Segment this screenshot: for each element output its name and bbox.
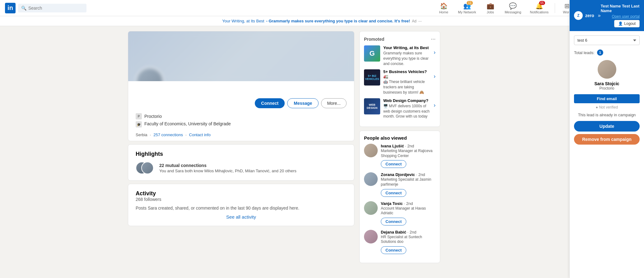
home-icon: 🏠	[440, 2, 448, 10]
already-in-campaign-text: This lead is already in campaign	[574, 113, 640, 117]
person-title-ivana: Marketing Manager at Rajiceva Shopping C…	[381, 149, 436, 158]
mutual-text: 22 mutual connections You and Sara both …	[159, 163, 296, 173]
profile-cover	[128, 31, 354, 81]
home-label: Home	[439, 10, 448, 14]
zero-user-name: Test Name Test Last Name	[601, 4, 640, 13]
connect-button[interactable]: Connect	[255, 98, 285, 108]
network-label: My Network	[458, 10, 476, 14]
ad-bold-text: - Grammarly makes sure everything you ty…	[266, 19, 410, 23]
connect-zorana-button[interactable]: Connect	[381, 189, 406, 197]
lead-profile: Sara Stojcic Proctorio	[574, 60, 640, 90]
promo-header: Promoted ···	[364, 36, 436, 42]
promo-content-grammarly: Your Writing, at Its Best Grammarly make…	[383, 45, 431, 66]
person-degree-vanja: · 2nd	[404, 201, 413, 206]
profile-location: Serbia	[136, 132, 147, 137]
person-degree-dejana: · 2nd	[407, 230, 416, 234]
person-avatar-zorana	[364, 172, 378, 186]
ad-more-button[interactable]: ···	[418, 19, 422, 23]
connect-ivana-button[interactable]: Connect	[381, 160, 406, 168]
nav-my-network[interactable]: 👥11 My Network	[454, 0, 480, 16]
zero-logout-button[interactable]: 👤 Logout	[614, 20, 640, 27]
search-bar[interactable]: 🔍	[18, 4, 86, 12]
connect-dejana-button[interactable]: Connect	[381, 246, 406, 254]
activity-followers: 268 followers	[136, 197, 347, 202]
notifications-badge: 65	[539, 1, 545, 5]
person-title-dejana: HR Specialist at Suntech Solutions doo	[381, 235, 436, 244]
promo-desc-vehicles: 🤖 These brilliant vehicle trackers are t…	[383, 79, 431, 95]
zero-portal-link[interactable]: Open user portal	[612, 14, 640, 19]
promo-name-webdesign: Web Design Company?	[383, 98, 431, 103]
promo-item-grammarly: G Your Writing, at Its Best Grammarly ma…	[364, 45, 436, 66]
ad-label: Ad	[412, 19, 417, 23]
find-email-button[interactable]: Find email	[574, 94, 640, 103]
zero-logo-text: zero	[585, 13, 594, 18]
person-item-vanja: Vanja Tosic · 2nd Account Manager at Hav…	[364, 201, 436, 225]
profile-employer: P Proctorio	[136, 113, 347, 119]
person-info-vanja: Vanja Tosic · 2nd Account Manager at Hav…	[381, 201, 436, 225]
promoted-card: Promoted ··· G Your Writing, at Its Best…	[359, 31, 440, 127]
message-button[interactable]: Message	[287, 98, 319, 108]
contact-info-link[interactable]: Contact info	[189, 132, 211, 137]
promo-name-vehicles: 5+ Business Vehicles? 🚛	[383, 69, 431, 79]
profile-separator-2: ·	[185, 132, 187, 137]
nav-home[interactable]: 🏠 Home	[434, 0, 453, 16]
person-degree-zorana: · 2nd	[416, 172, 425, 177]
profile-section: Connect Message More... P Proctorio 🎓 Fa…	[128, 31, 354, 263]
person-name-ivana: Ivana Ljušić · 2nd	[381, 144, 436, 148]
zero-sidebar: Z zero » Test Name Test Last Name Open u…	[569, 0, 644, 278]
promo-item-webdesign: WEB DESIGN Web Design Company? 🖥️ MVF de…	[364, 98, 436, 119]
network-icon: 👥11	[463, 2, 471, 10]
promo-arrow-vehicles[interactable]: ›	[434, 73, 436, 80]
activity-card: Activity 268 followers Posts Sara create…	[128, 184, 354, 226]
zero-header: Z zero » Test Name Test Last Name Open u…	[570, 0, 644, 31]
update-button[interactable]: Update	[574, 121, 640, 132]
mutual-connections: 22 mutual connections You and Sara both …	[136, 162, 347, 174]
search-input[interactable]	[28, 6, 83, 11]
ad-link[interactable]: Your Writing, at Its Best	[222, 19, 264, 23]
linkedin-logo[interactable]: in	[5, 3, 16, 13]
zero-logo-area: Z zero »	[574, 11, 601, 20]
mutual-desc: You and Sara both know Milos Mihajlovic,…	[159, 169, 296, 173]
profile-card: Connect Message More... P Proctorio 🎓 Fa…	[128, 31, 354, 141]
person-avatar-ivana	[364, 144, 378, 157]
promo-title: Promoted	[364, 37, 384, 42]
profile-connections[interactable]: 257 connections	[153, 132, 183, 137]
remove-from-campaign-button[interactable]: Remove from campaign	[574, 134, 640, 145]
person-info-zorana: Zorana Djordjevic · 2nd Marketing Specia…	[381, 172, 436, 197]
zero-body: test 6 Total leads: 1 Sara Stojcic Proct…	[570, 31, 644, 278]
promo-logo-webdesign: WEB DESIGN	[364, 98, 380, 114]
promo-more-icon[interactable]: ···	[431, 36, 436, 42]
messaging-label: Messaging	[505, 10, 521, 14]
highlights-card: Highlights 22 mutual connections You and…	[128, 144, 354, 181]
lead-name: Sara Stojcic	[594, 81, 619, 86]
nav-notifications[interactable]: 🔔65 Notifications	[526, 0, 552, 16]
education-icon: 🎓	[136, 121, 142, 127]
total-leads-row: Total leads: 1	[574, 49, 640, 56]
zero-circle-z: Z	[577, 13, 579, 18]
right-sidebar: Promoted ··· G Your Writing, at Its Best…	[359, 31, 440, 263]
person-name-dejana: Dejana Babić · 2nd	[381, 230, 436, 234]
promo-name-grammarly: Your Writing, at Its Best	[383, 45, 431, 50]
zero-logo-circle: Z	[574, 11, 583, 20]
employer-name: Proctorio	[144, 114, 162, 119]
lead-avatar	[598, 60, 616, 79]
person-avatar-vanja	[364, 201, 378, 215]
promo-logo-vehicles: 5+ BIZ VEHICLES	[364, 69, 380, 86]
more-button[interactable]: More...	[321, 98, 347, 108]
work-icon: ⊞	[564, 2, 570, 10]
lead-company: Proctorio	[599, 86, 614, 90]
profile-education: 🎓 Faculty of Economics, University of Be…	[136, 121, 347, 127]
campaign-select[interactable]: test 6	[574, 35, 640, 45]
connect-vanja-button[interactable]: Connect	[381, 218, 406, 225]
promo-content-webdesign: Web Design Company? 🖥️ MVF delivers 1000…	[383, 98, 431, 119]
promo-arrow-webdesign[interactable]: ›	[434, 102, 436, 109]
nav-messaging[interactable]: 💬 Messaging	[501, 0, 525, 16]
nav-jobs[interactable]: 💼 Jobs	[481, 0, 500, 16]
promo-arrow-grammarly[interactable]: ›	[434, 49, 436, 56]
profile-details: P Proctorio 🎓 Faculty of Economics, Univ…	[128, 113, 354, 132]
promo-content-vehicles: 5+ Business Vehicles? 🚛 🤖 These brillian…	[383, 69, 431, 95]
see-all-activity[interactable]: See all activity	[136, 214, 347, 220]
messaging-icon: 💬	[509, 2, 517, 10]
activity-title: Activity	[136, 190, 347, 197]
person-name-vanja: Vanja Tosic · 2nd	[381, 201, 436, 206]
